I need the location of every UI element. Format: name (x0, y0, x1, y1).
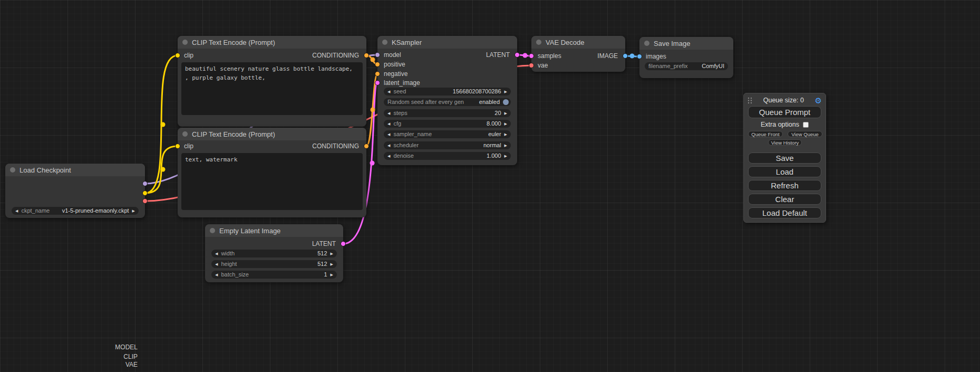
load-default-button[interactable]: Load Default (748, 207, 821, 218)
collapse-dot-icon[interactable] (182, 40, 188, 45)
filename-prefix-widget[interactable]: filename_prefix ComfyUI (645, 62, 728, 70)
node-save-image[interactable]: Save Image images filename_prefix ComfyU… (639, 37, 733, 78)
wire-conditioning-positive (366, 55, 377, 64)
extra-options-row: Extra options (744, 121, 826, 128)
widget-label: denoise (393, 152, 483, 160)
wire-image (625, 56, 639, 56)
node-graph-canvas[interactable]: Load Checkpoint MODEL CLIP VAE ◀ ckpt_na… (0, 0, 980, 372)
collapse-dot-icon[interactable] (10, 167, 15, 173)
settings-gear-icon[interactable]: ⚙ (815, 97, 822, 104)
decrement-arrow-icon[interactable]: ◀ (215, 260, 218, 268)
load-button[interactable]: Load (748, 166, 821, 177)
increment-arrow-icon[interactable]: ▶ (504, 130, 507, 138)
decrement-arrow-icon[interactable]: ◀ (387, 109, 390, 117)
node-title-bar[interactable]: CLIP Text Encode (Prompt) (178, 36, 366, 49)
decrement-arrow-icon[interactable]: ◀ (215, 271, 218, 279)
positive-prompt-textarea[interactable]: beautiful scenery nature glass bottle la… (181, 62, 363, 115)
refresh-button[interactable]: Refresh (748, 180, 821, 191)
widget-value: 512 (317, 260, 327, 268)
collapse-dot-icon[interactable] (182, 131, 188, 137)
node-title-bar[interactable]: VAE Decode (531, 36, 625, 49)
ckpt-name-widget[interactable]: ◀ ckpt_name v1-5-pruned-emaonly.ckpt ▶ (12, 207, 139, 215)
output-label-clip: CLIP (123, 353, 138, 360)
queue-prompt-button[interactable]: Queue Prompt (748, 106, 821, 118)
output-label-model: MODEL (115, 344, 138, 351)
extra-options-label: Extra options (761, 121, 799, 128)
node-ksampler[interactable]: KSampler model positive negative latent_… (377, 36, 517, 165)
increment-arrow-icon[interactable]: ▶ (504, 120, 507, 128)
node-load-checkpoint[interactable]: Load Checkpoint MODEL CLIP VAE ◀ ckpt_na… (5, 164, 145, 218)
node-title-bar[interactable]: Empty Latent Image (205, 224, 343, 237)
scheduler-widget[interactable]: ◀ scheduler normal ▶ (384, 141, 511, 149)
view-history-button[interactable]: View History (768, 139, 802, 146)
widget-label: Random seed after every gen (387, 98, 476, 106)
toggle-knob-icon[interactable] (503, 99, 509, 105)
cfg-widget[interactable]: ◀ cfg 8.000 ▶ (384, 120, 511, 128)
collapse-dot-icon[interactable] (644, 41, 649, 46)
clear-button[interactable]: Clear (748, 194, 821, 205)
decrement-arrow-icon[interactable]: ◀ (215, 250, 218, 257)
widget-label: sampler_name (393, 130, 485, 138)
node-title: VAE Decode (546, 39, 584, 46)
view-queue-button[interactable]: View Queue (788, 131, 822, 137)
increment-arrow-icon[interactable]: ▶ (132, 207, 135, 215)
collapse-dot-icon[interactable] (210, 228, 215, 233)
decrement-arrow-icon[interactable]: ◀ (15, 207, 18, 215)
wire-midpoint-dot (630, 54, 635, 59)
widget-value: 156680208700286 (453, 88, 501, 96)
increment-arrow-icon[interactable]: ▶ (504, 109, 507, 117)
node-vae-decode[interactable]: VAE Decode samples vae IMAGE (531, 36, 625, 72)
denoise-widget[interactable]: ◀ denoise 1.000 ▶ (384, 152, 511, 160)
node-title: Save Image (654, 40, 690, 47)
node-clip-text-encode-negative[interactable]: CLIP Text Encode (Prompt) clip CONDITION… (178, 128, 366, 217)
node-title: KSampler (392, 39, 422, 46)
collapse-dot-icon[interactable] (382, 40, 387, 45)
widget-label: cfg (393, 120, 483, 128)
output-label-conditioning: CONDITIONING (312, 52, 359, 59)
node-title-bar[interactable]: KSampler (377, 36, 517, 49)
extra-options-checkbox[interactable] (803, 122, 809, 128)
wire-midpoint-dot (523, 53, 528, 58)
node-title: CLIP Text Encode (Prompt) (192, 39, 275, 46)
node-clip-text-encode-positive[interactable]: CLIP Text Encode (Prompt) clip CONDITION… (178, 36, 366, 127)
node-title-bar[interactable]: Load Checkpoint (5, 164, 145, 176)
negative-prompt-textarea[interactable]: text, watermark (181, 153, 363, 210)
batch-size-widget[interactable]: ◀ batch_size 1 ▶ (211, 271, 337, 279)
save-button[interactable]: Save (748, 152, 821, 164)
width-widget[interactable]: ◀ width 512 ▶ (211, 250, 337, 257)
decrement-arrow-icon[interactable]: ◀ (387, 141, 390, 149)
input-label-model: model (384, 51, 401, 59)
node-title-bar[interactable]: Save Image (639, 37, 733, 50)
node-title-bar[interactable]: CLIP Text Encode (Prompt) (178, 128, 366, 140)
seed-widget[interactable]: ◀ seed 156680208700286 ▶ (384, 88, 511, 96)
increment-arrow-icon[interactable]: ▶ (331, 260, 333, 268)
height-widget[interactable]: ◀ height 512 ▶ (211, 260, 337, 268)
steps-widget[interactable]: ◀ steps 20 ▶ (384, 109, 511, 117)
collapse-dot-icon[interactable] (536, 40, 541, 45)
node-empty-latent-image[interactable]: Empty Latent Image LATENT ◀ width 512 ▶ … (205, 224, 343, 282)
increment-arrow-icon[interactable]: ▶ (504, 88, 507, 96)
widget-value: enabled (479, 98, 500, 106)
widget-label: filename_prefix (648, 62, 698, 70)
decrement-arrow-icon[interactable]: ◀ (387, 88, 390, 96)
output-label-vae: VAE (125, 361, 138, 368)
input-label-samples: samples (538, 52, 561, 60)
input-label-latent-image: latent_image (384, 79, 420, 87)
increment-arrow-icon[interactable]: ▶ (331, 271, 333, 279)
sampler-name-widget[interactable]: ◀ sampler_name euler ▶ (384, 130, 511, 138)
decrement-arrow-icon[interactable]: ◀ (387, 120, 390, 128)
random-seed-toggle-widget[interactable]: Random seed after every gen enabled (384, 98, 511, 106)
wire-midpoint-dot (371, 108, 375, 112)
widget-value: v1-5-pruned-emaonly.ckpt (62, 207, 129, 215)
drag-handle-icon[interactable] (748, 97, 752, 104)
input-label-vae: vae (538, 62, 548, 69)
decrement-arrow-icon[interactable]: ◀ (387, 130, 390, 138)
wire-midpoint-dot (161, 122, 166, 127)
widget-value: 512 (317, 250, 327, 257)
increment-arrow-icon[interactable]: ▶ (504, 152, 507, 160)
widget-label: height (221, 260, 314, 268)
increment-arrow-icon[interactable]: ▶ (331, 250, 333, 257)
increment-arrow-icon[interactable]: ▶ (504, 141, 507, 149)
queue-front-button[interactable]: Queue Front (748, 131, 783, 137)
decrement-arrow-icon[interactable]: ◀ (387, 152, 390, 160)
